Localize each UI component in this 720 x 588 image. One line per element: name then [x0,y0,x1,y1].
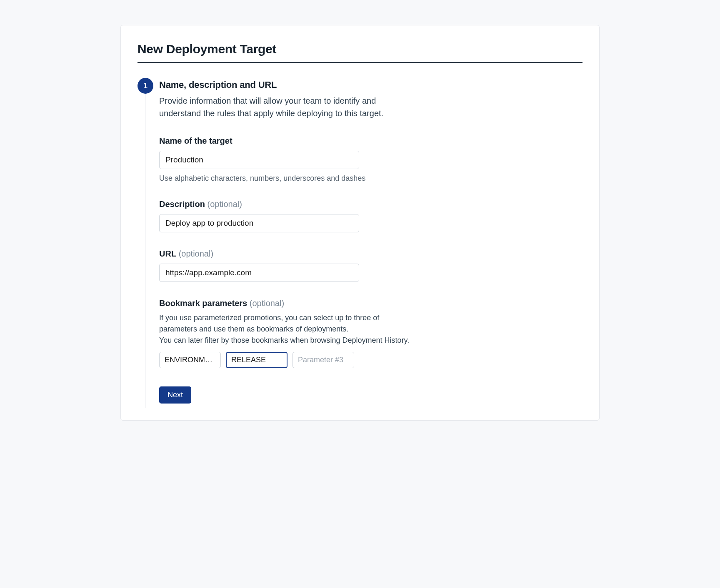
url-label-text: URL [159,249,176,258]
field-group-name: Name of the target Use alphabetic charac… [159,136,582,183]
bookmark-desc-line2: You can later filter by those bookmarks … [159,336,409,344]
bookmark-description: If you use parameterized promotions, you… [159,312,418,346]
url-input[interactable] [159,264,359,282]
next-button[interactable]: Next [159,386,191,404]
step-description: Provide information that will allow your… [159,95,418,120]
field-group-description: Description (optional) [159,199,582,232]
bookmark-param-1-input[interactable] [159,352,221,368]
step-title: Name, description and URL [159,80,582,90]
step-1-header: 1 Name, description and URL Provide info… [138,80,582,120]
url-optional-text: (optional) [176,249,213,258]
bookmark-param-3-input[interactable] [292,352,354,368]
url-label: URL (optional) [159,249,213,258]
page-title: New Deployment Target [138,42,582,63]
description-optional-text: (optional) [205,199,242,209]
step-1-content: Name of the target Use alphabetic charac… [159,136,582,404]
name-label: Name of the target [159,136,232,145]
bookmark-label-text: Bookmark parameters [159,299,247,308]
step-number-badge: 1 [138,78,153,94]
description-label: Description (optional) [159,199,242,209]
bookmark-params-row [159,352,582,368]
name-input[interactable] [159,151,359,169]
form-card: New Deployment Target 1 Name, descriptio… [120,25,600,421]
field-group-url: URL (optional) [159,249,582,282]
bookmark-label: Bookmark parameters (optional) [159,299,284,308]
step-connector-line [145,94,145,408]
field-group-bookmark: Bookmark parameters (optional) If you us… [159,299,582,368]
description-label-text: Description [159,199,205,209]
bookmark-desc-line1: If you use parameterized promotions, you… [159,314,379,333]
description-input[interactable] [159,214,359,232]
bookmark-optional-text: (optional) [247,299,284,308]
name-hint: Use alphabetic characters, numbers, unde… [159,174,582,183]
bookmark-param-2-input[interactable] [226,352,288,368]
